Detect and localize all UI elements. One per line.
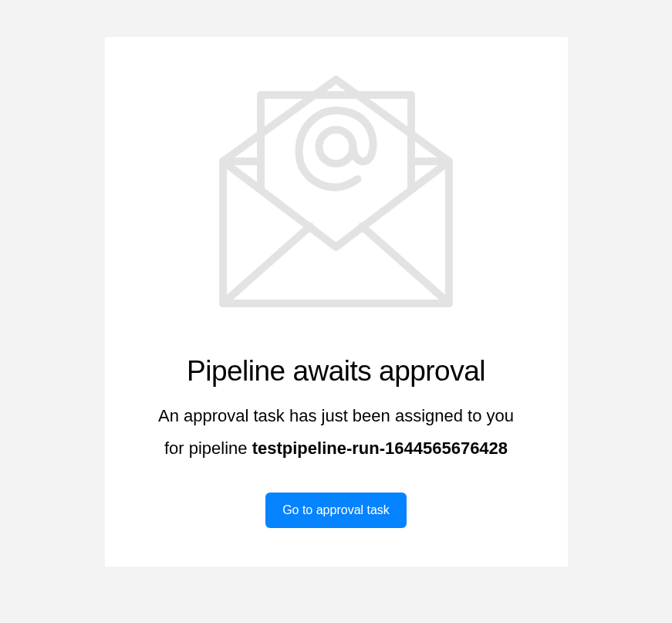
go-to-approval-button[interactable]: Go to approval task xyxy=(265,493,407,528)
subtitle-line-2-prefix: for pipeline xyxy=(164,438,252,458)
subtitle-line-1: An approval task has just been assigned … xyxy=(136,400,537,432)
subtitle-line-2: for pipeline testpipeline-run-1644565676… xyxy=(136,432,537,465)
pipeline-name: testpipeline-run-1644565676428 xyxy=(252,438,508,458)
card-title: Pipeline awaits approval xyxy=(136,355,537,388)
approval-card: Pipeline awaits approval An approval tas… xyxy=(105,37,568,567)
card-subtitle: An approval task has just been assigned … xyxy=(136,400,537,465)
envelope-at-icon xyxy=(136,76,537,307)
action-wrap: Go to approval task xyxy=(136,493,537,528)
